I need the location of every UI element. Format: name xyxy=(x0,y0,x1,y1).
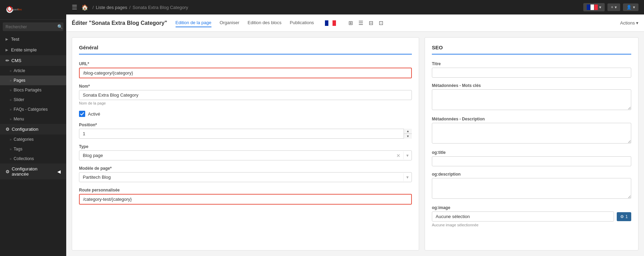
seo-og-title-input[interactable] xyxy=(432,156,631,166)
columns-icon-btn[interactable]: ☰ xyxy=(357,18,365,28)
sidebar-item-categories[interactable]: » Catégories xyxy=(0,135,66,144)
og-image-row: Aucune sélection ⚙ 1 xyxy=(432,211,631,221)
arrow-icon: » xyxy=(10,117,12,121)
arrow-icon: » xyxy=(10,88,12,92)
og-image-placeholder: Aucune sélection xyxy=(432,211,614,221)
sidebar-item-faqs-categories[interactable]: » FAQs - Catégories xyxy=(0,105,66,114)
og-image-button[interactable]: ⚙ 1 xyxy=(617,212,631,221)
sidebar-item-label: Catégories xyxy=(14,137,34,142)
seo-titre-label: Titre xyxy=(432,61,631,66)
seo-og-description-form-group: og:description xyxy=(432,172,631,200)
sidebar-item-pages[interactable]: » Pages xyxy=(0,76,66,85)
page-title: Éditer "Sonata Extra Blog Category" xyxy=(72,20,167,26)
sidebar-section-label: CMS xyxy=(11,58,21,63)
type-clear-btn[interactable]: ✕ xyxy=(394,151,403,160)
breadcrumb-liste-pages[interactable]: Liste des pages xyxy=(96,5,127,10)
sidebar-logo: parti Tech xyxy=(0,0,66,20)
type-arrow-icon[interactable]: ▾ xyxy=(403,151,412,159)
general-section-title: Général xyxy=(79,45,412,55)
seo-titre-input[interactable] xyxy=(432,68,631,78)
nom-input[interactable] xyxy=(79,90,412,100)
arrow-icon: ▶ xyxy=(6,48,8,52)
seo-section-title: SEO xyxy=(432,45,631,55)
sidebar-item-entite-simple[interactable]: ▶ Entite simple xyxy=(0,45,66,55)
og-image-btn-icon: ⚙ xyxy=(620,214,624,219)
layout-icon-btn[interactable]: ⊡ xyxy=(377,18,385,28)
seo-meta-description-form-group: Métadonnées - Description xyxy=(432,117,631,145)
spinner-down-btn[interactable]: ▼ xyxy=(404,134,412,139)
type-select[interactable]: Blog page ✕ ▾ xyxy=(79,150,412,160)
modele-label: Modèle de page* xyxy=(79,166,412,171)
seo-meta-description-input[interactable] xyxy=(432,123,631,144)
sidebar-item-test[interactable]: ▶ Test xyxy=(0,34,66,45)
sidebar-item-label: Blocs Partagés xyxy=(14,88,42,92)
arrow-icon: » xyxy=(10,98,12,102)
rows-icon-btn[interactable]: ⊟ xyxy=(367,18,375,28)
user-dropdown-arrow: ▾ xyxy=(633,5,635,10)
grid-icon-btn[interactable]: ⊞ xyxy=(347,18,354,28)
modele-select-value: Partitech Blog xyxy=(79,173,403,182)
breadcrumb-separator: / xyxy=(92,5,94,10)
modele-arrow-icon[interactable]: ▾ xyxy=(403,173,412,181)
sidebar-section-cms[interactable]: ✏ CMS xyxy=(0,55,66,66)
nom-label: Nom* xyxy=(79,84,412,89)
sidebar-item-collections[interactable]: » Collections xyxy=(0,154,66,164)
seo-titre-form-group: Titre xyxy=(432,61,631,78)
arrow-icon: » xyxy=(10,157,12,161)
sidebar-item-article[interactable]: » Article xyxy=(0,66,66,76)
sidebar-item-blocs-partages[interactable]: » Blocs Partagés xyxy=(0,85,66,95)
sidebar-item-label: Menu xyxy=(14,117,24,121)
spinner-up-btn[interactable]: ▲ xyxy=(404,129,412,134)
search-icon: 🔍 xyxy=(57,24,63,29)
route-form-group: Route personnalisée xyxy=(79,188,412,205)
type-label: Type xyxy=(79,144,412,149)
flag-dropdown-arrow: ▾ xyxy=(599,5,601,10)
arrow-icon: » xyxy=(10,108,12,111)
sidebar-item-label: Entite simple xyxy=(11,47,37,52)
seo-meta-keywords-input[interactable] xyxy=(432,89,631,110)
type-select-value: Blog page xyxy=(79,151,394,160)
seo-panel: SEO Titre Métadonnées - Mots clés Métado… xyxy=(425,37,638,250)
sidebar-item-slider[interactable]: » Slider xyxy=(0,95,66,105)
sidebar-section-label: Configuration xyxy=(12,127,38,132)
sidebar-item-label: Collections xyxy=(14,156,34,161)
position-input[interactable] xyxy=(79,129,412,139)
top-navbar-right: ▾ + ▾ 👤 ▾ xyxy=(583,3,638,11)
sidebar-search-box[interactable]: 🔍 xyxy=(3,22,63,31)
hamburger-icon[interactable]: ☰ xyxy=(72,3,77,11)
sidebar-section-configuration[interactable]: ⚙ Configuration xyxy=(0,124,66,135)
home-icon[interactable]: 🏠 xyxy=(81,4,88,11)
seo-og-description-input[interactable] xyxy=(432,178,631,199)
page-tab-icons: ⊞ ☰ ⊟ ⊡ xyxy=(347,18,385,28)
plus-icon: + xyxy=(611,5,613,10)
content-area: Général URL* Nom* Nom de la page Activ xyxy=(66,32,644,256)
sidebar-section-label: Configuraton avancée xyxy=(12,166,55,177)
svg-text:Tech: Tech xyxy=(18,8,22,11)
page-tabs-bar: Éditer "Sonata Extra Blog Category" Edit… xyxy=(66,14,644,32)
user-icon: 👤 xyxy=(626,5,632,10)
number-spinners: ▲ ▼ xyxy=(404,129,412,139)
sidebar-section-config-avancee[interactable]: ⚙ Configuraton avancée ◀ xyxy=(0,164,66,179)
tab-edition-blocs[interactable]: Edition des blocs xyxy=(248,19,281,27)
plus-button[interactable]: + ▾ xyxy=(607,3,620,11)
breadcrumb: / Liste des pages / Sonata Extra Blog Ca… xyxy=(92,5,188,10)
sidebar-item-label: FAQs - Catégories xyxy=(14,107,48,112)
modele-select[interactable]: Partitech Blog ▾ xyxy=(79,172,412,182)
route-input[interactable] xyxy=(79,194,412,205)
tab-edition-page[interactable]: Edition de la page xyxy=(176,19,211,27)
checkmark-icon xyxy=(80,112,84,116)
tab-publications[interactable]: Publications xyxy=(290,19,314,27)
svg-point-0 xyxy=(6,6,13,13)
actions-button[interactable]: Actions ▾ xyxy=(620,20,638,26)
flag-button[interactable]: ▾ xyxy=(583,3,605,11)
user-button[interactable]: 👤 ▾ xyxy=(623,3,638,11)
url-input[interactable] xyxy=(79,68,412,78)
seo-og-image-form-group: og:image Aucune sélection ⚙ 1 Aucune ima… xyxy=(432,205,631,227)
search-input[interactable] xyxy=(6,24,57,29)
top-navbar: ☰ 🏠 / Liste des pages / Sonata Extra Blo… xyxy=(66,0,644,14)
tab-organiser[interactable]: Organiser xyxy=(220,19,239,27)
sidebar-item-tags[interactable]: » Tags xyxy=(0,144,66,154)
active-checkbox[interactable] xyxy=(79,111,85,117)
arrow-icon: ▶ xyxy=(6,37,8,41)
sidebar-item-menu[interactable]: » Menu xyxy=(0,114,66,124)
